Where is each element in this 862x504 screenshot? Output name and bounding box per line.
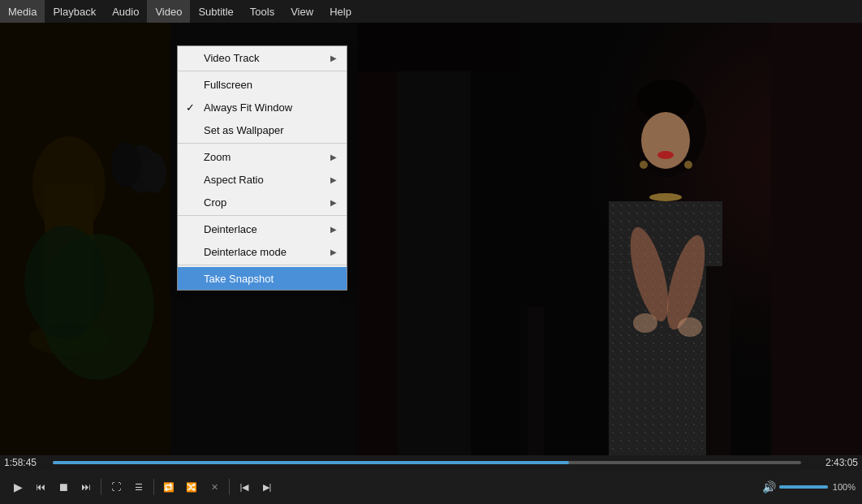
dropdown-label-always-fit-window: Always Fit Window — [204, 101, 337, 114]
shuffle-button[interactable]: 🔀 — [181, 476, 202, 498]
dropdown-arrow-crop: ▶ — [330, 198, 337, 207]
dropdown-label-crop: Crop — [204, 196, 324, 209]
volume-area: 🔊 100% — [762, 480, 856, 493]
dropdown-label-deinterlace-mode: Deinterlace mode — [204, 246, 324, 258]
svg-point-26 — [640, 161, 648, 169]
dropdown-label-deinterlace: Deinterlace — [204, 223, 324, 235]
menu-tools[interactable]: Tools — [242, 0, 282, 23]
svg-rect-28 — [706, 266, 731, 472]
extended-settings-button[interactable]: ☰ — [128, 476, 149, 498]
time-elapsed: 1:58:45 — [4, 457, 37, 468]
svg-point-34 — [111, 142, 140, 187]
frame-prev-button[interactable]: |◀ — [234, 476, 255, 498]
svg-point-25 — [649, 193, 682, 201]
dropdown-arrow-aspect-ratio: ▶ — [330, 175, 337, 184]
svg-rect-29 — [528, 307, 544, 472]
svg-rect-30 — [771, 23, 862, 472]
dropdown-arrow-zoom: ▶ — [330, 153, 337, 162]
dropdown-item-deinterlace-mode[interactable]: Deinterlace mode ▶ — [178, 240, 347, 263]
dropdown-arrow-deinterlace: ▶ — [330, 225, 337, 234]
dropdown-item-video-track[interactable]: Video Track ▶ — [178, 46, 347, 69]
menu-subtitle[interactable]: Subtitle — [190, 0, 241, 23]
svg-point-13 — [641, 112, 690, 169]
svg-point-23 — [633, 313, 657, 333]
menu-audio[interactable]: Audio — [104, 0, 147, 23]
video-background — [0, 23, 862, 472]
ctrl-separator-2 — [153, 479, 154, 495]
svg-point-24 — [678, 317, 702, 337]
svg-rect-16 — [609, 201, 722, 472]
play-button[interactable]: ▶ — [7, 476, 28, 498]
volume-percentage: 100% — [833, 482, 856, 492]
next-button[interactable]: ⏭ — [75, 476, 97, 498]
ctrl-separator-1 — [101, 479, 101, 495]
menu-playback[interactable]: Playback — [45, 0, 104, 23]
dropdown-separator-3 — [178, 215, 347, 216]
time-total: 2:43:05 — [825, 457, 858, 468]
dropdown-separator-1 — [178, 71, 347, 71]
volume-icon: 🔊 — [762, 480, 776, 493]
dropdown-label-zoom: Zoom — [204, 151, 324, 163]
dropdown-label-fullscreen: Fullscreen — [204, 79, 337, 91]
dropdown-item-crop[interactable]: Crop ▶ — [178, 191, 347, 213]
menu-view[interactable]: View — [282, 0, 321, 23]
loop-button[interactable]: 🔁 — [158, 476, 179, 498]
dropdown-item-take-snapshot[interactable]: Take Snapshot — [178, 267, 347, 290]
seekbar-area: 1:58:45 2:43:05 — [0, 455, 862, 470]
volume-fill — [779, 485, 828, 489]
dropdown-label-aspect-ratio: Aspect Ratio — [204, 174, 324, 186]
dropdown-item-always-fit-window[interactable]: Always Fit Window — [178, 96, 347, 118]
menu-media[interactable]: Media — [0, 0, 45, 23]
stop-button[interactable]: ⏹ — [53, 476, 74, 498]
video-dropdown-menu: Video Track ▶ Fullscreen Always Fit Wind… — [177, 45, 347, 291]
dropdown-label-set-as-wallpaper: Set as Wallpaper — [204, 124, 337, 136]
svg-point-27 — [684, 161, 692, 169]
ctrl-separator-3 — [229, 479, 230, 495]
dropdown-arrow-deinterlace-mode: ▶ — [330, 248, 337, 256]
menu-video[interactable]: Video — [147, 0, 190, 23]
svg-point-35 — [142, 153, 166, 193]
dropdown-item-zoom[interactable]: Zoom ▶ — [178, 145, 347, 168]
menu-help[interactable]: Help — [321, 0, 360, 23]
dropdown-arrow-video-track: ▶ — [330, 54, 337, 62]
dropdown-label-video-track: Video Track — [204, 52, 324, 64]
volume-slider[interactable] — [779, 485, 828, 489]
dropdown-item-deinterlace[interactable]: Deinterlace ▶ — [178, 218, 347, 240]
prev-button[interactable]: ⏮ — [30, 476, 51, 498]
menubar: Media Playback Audio Video Subtitle Tool… — [0, 0, 862, 23]
seekbar-track[interactable] — [53, 461, 801, 464]
video-area: Video Track ▶ Fullscreen Always Fit Wind… — [0, 23, 862, 472]
svg-point-6 — [24, 226, 106, 339]
controls-area: ▶ ⏮ ⏹ ⏭ ⛶ ☰ 🔁 🔀 ✕ |◀ ▶| 🔊 100% — [0, 470, 862, 504]
clear-button[interactable]: ✕ — [204, 476, 225, 498]
dropdown-separator-2 — [178, 143, 347, 144]
frame-next-button[interactable]: ▶| — [256, 476, 278, 498]
dropdown-separator-4 — [178, 265, 347, 265]
fullscreen-button[interactable]: ⛶ — [106, 476, 127, 498]
video-scene — [0, 23, 862, 472]
dropdown-item-set-as-wallpaper[interactable]: Set as Wallpaper — [178, 118, 347, 141]
dropdown-item-fullscreen[interactable]: Fullscreen — [178, 73, 347, 96]
seekbar-fill — [53, 461, 569, 464]
dropdown-item-aspect-ratio[interactable]: Aspect Ratio ▶ — [178, 168, 347, 191]
dropdown-label-take-snapshot: Take Snapshot — [204, 273, 337, 285]
svg-point-14 — [657, 151, 674, 159]
